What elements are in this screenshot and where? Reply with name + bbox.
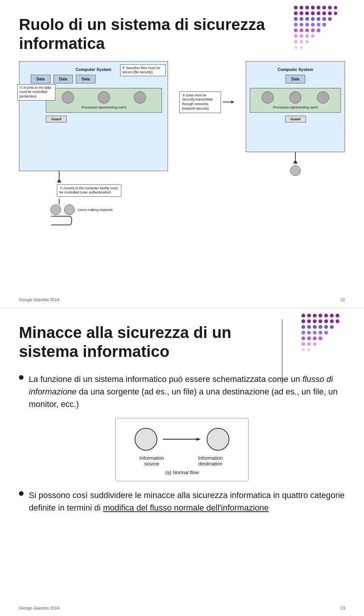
process-circle-r3 (317, 91, 329, 104)
svg-point-77 (302, 348, 305, 352)
svg-point-17 (300, 17, 303, 21)
note1: ① Access to the data must be controlled … (17, 84, 55, 101)
user-circle-right (246, 165, 345, 176)
user-circle-1 (50, 204, 61, 215)
svg-point-58 (336, 319, 339, 323)
svg-point-55 (318, 319, 322, 323)
svg-point-26 (311, 23, 315, 27)
svg-point-13 (322, 11, 326, 15)
arrow-head-r (293, 160, 298, 163)
svg-point-78 (308, 348, 311, 351)
svg-point-10 (305, 11, 309, 15)
svg-point-30 (300, 28, 303, 32)
svg-point-69 (324, 331, 328, 335)
right-system: Computer System Data Processes represent… (246, 61, 345, 176)
circles-row-right (254, 91, 337, 104)
right-system-box: Computer System Data Processes represent… (246, 61, 345, 152)
svg-point-19 (311, 17, 315, 21)
svg-point-12 (317, 11, 320, 15)
left-system-box: Computer System ④ Sensitive files must b… (19, 61, 168, 171)
svg-point-37 (311, 35, 315, 38)
systems-arrow: ③ Data must be securely transmitted thro… (179, 91, 234, 113)
arrow-head-1 (57, 179, 61, 182)
processes-box-right: Processes representing users (250, 88, 341, 113)
footer-page-1: 22 (340, 297, 345, 302)
flow-circles-row (135, 428, 229, 451)
svg-marker-80 (196, 438, 201, 441)
bullet2-underline: modifica del flusso normale dell'informa… (103, 503, 269, 512)
svg-point-59 (301, 325, 305, 329)
svg-point-67 (313, 331, 317, 335)
left-system: Computer System ④ Sensitive files must b… (19, 61, 168, 225)
svg-point-68 (318, 331, 322, 335)
user-circle-2 (64, 204, 75, 215)
source-circle (135, 428, 157, 451)
data-boxes-right: Data (250, 75, 341, 83)
svg-point-56 (324, 319, 328, 323)
svg-point-76 (313, 343, 317, 346)
svg-point-54 (313, 319, 317, 323)
note2: ② Access to the computer facility must b… (57, 184, 121, 197)
data-box-3: Data (76, 75, 96, 83)
svg-point-62 (318, 325, 322, 329)
svg-point-41 (294, 46, 297, 49)
svg-point-51 (336, 314, 339, 317)
svg-point-52 (301, 319, 305, 323)
svg-point-22 (328, 17, 332, 21)
svg-point-73 (318, 336, 322, 340)
guard-box-right: Guard (285, 116, 306, 123)
svg-point-0 (294, 6, 298, 9)
svg-point-9 (300, 11, 303, 15)
svg-point-63 (324, 325, 328, 329)
svg-point-71 (307, 336, 311, 340)
svg-point-50 (330, 314, 334, 317)
process-circle-1 (62, 91, 74, 104)
process-circle-r1 (262, 91, 274, 104)
svg-point-49 (324, 314, 328, 317)
source-label: Information source (135, 455, 169, 467)
page-1: Ruolo di un sistema di sicurezza informa… (0, 0, 364, 308)
vertical-line (282, 319, 282, 384)
svg-point-57 (330, 319, 334, 323)
svg-point-72 (313, 336, 317, 340)
svg-point-42 (300, 46, 303, 49)
diagram-container: Computer System ④ Sensitive files must b… (19, 61, 345, 225)
svg-point-45 (301, 314, 305, 317)
dot-grid-page2 (300, 312, 356, 369)
page-title: Ruolo di un sistema di sicurezza informa… (19, 15, 277, 53)
svg-point-28 (322, 23, 326, 27)
svg-point-36 (305, 34, 309, 38)
svg-point-21 (322, 17, 326, 21)
svg-point-7 (334, 6, 337, 9)
guard-box-left: Guard (46, 116, 67, 123)
svg-point-23 (294, 23, 298, 27)
svg-point-24 (300, 23, 303, 27)
processes-label-right: Processes representing users (254, 105, 337, 109)
user-circles: Users making requests (50, 204, 113, 215)
arrow-up-right (246, 152, 345, 163)
section-title: Minacce alla sicurezza di un sistema inf… (19, 323, 277, 361)
data-box-2: Data (53, 75, 73, 83)
note4: ④ Sensitive files must be secure (file s… (120, 64, 166, 76)
svg-point-15 (334, 12, 337, 15)
data-box-right: Data (286, 75, 305, 83)
svg-point-25 (305, 23, 309, 27)
process-circle-3 (134, 91, 146, 104)
svg-point-3 (311, 6, 315, 9)
right-system-label: Computer System (250, 67, 341, 72)
arrow-up-left (50, 171, 168, 182)
svg-point-74 (301, 342, 305, 346)
arrow-line-r (295, 152, 296, 160)
svg-point-20 (317, 17, 320, 21)
svg-point-18 (305, 17, 309, 21)
svg-marker-44 (231, 101, 234, 104)
svg-point-61 (313, 325, 317, 329)
bullet-item-2: Si possono così suddividere le minacce a… (19, 489, 345, 514)
flow-diagram-box: Information source Information destinati… (115, 418, 249, 481)
svg-point-4 (317, 6, 320, 9)
footer-credit-1: Giorgio Giacinto 2014 (19, 297, 59, 302)
data-box-1: Data (31, 75, 50, 83)
destination-label: Information destination (191, 455, 229, 467)
flow-labels-row: Information source Information destinati… (135, 455, 229, 467)
svg-point-75 (307, 342, 311, 346)
